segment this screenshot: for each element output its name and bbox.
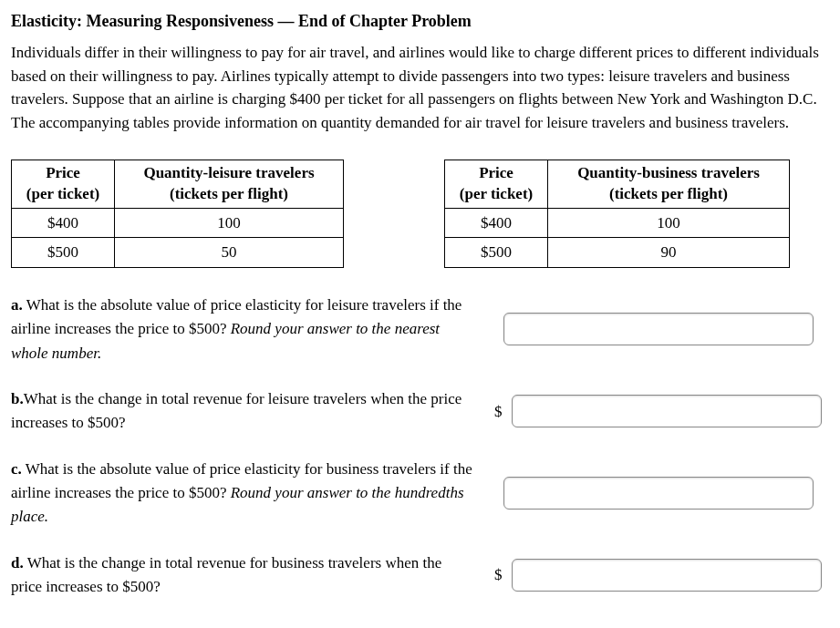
header-line: Price (479, 164, 513, 181)
header-line: (per ticket) (460, 185, 533, 202)
business-table: Price (per ticket) Quantity-business tra… (444, 160, 790, 268)
cell-qty: 100 (548, 208, 790, 238)
question-d-row: d. What is the change in total revenue f… (11, 551, 829, 600)
header-line: (tickets per flight) (170, 185, 288, 202)
cell-qty: 100 (115, 208, 344, 238)
cell-qty: 50 (115, 238, 344, 268)
answer-input-c[interactable] (503, 477, 814, 510)
part-label: b. (11, 390, 24, 407)
leisure-table-col1-header: Price (per ticket) (12, 160, 115, 209)
tables-row: Price (per ticket) Quantity-leisure trav… (11, 160, 829, 268)
leisure-table: Price (per ticket) Quantity-leisure trav… (11, 160, 344, 268)
table-row: $400 100 (12, 208, 344, 238)
part-label: d. (11, 554, 24, 571)
header-line: Quantity-business travelers (577, 164, 760, 181)
question-c-text: c. What is the absolute value of price e… (11, 458, 476, 530)
business-table-col2-header: Quantity-business travelers (tickets per… (548, 160, 790, 209)
answer-area-b: $ (494, 395, 829, 427)
answer-input-b[interactable] (512, 395, 822, 427)
answer-prefix: $ (494, 400, 503, 424)
cell-price: $500 (445, 238, 548, 268)
question-body: What is the change in total revenue for … (11, 554, 441, 595)
leisure-table-col2-header: Quantity-leisure travelers (tickets per … (115, 160, 344, 209)
table-row: $500 90 (445, 238, 790, 268)
table-row: $400 100 (445, 208, 790, 238)
page-title: Elasticity: Measuring Responsiveness — E… (11, 9, 829, 34)
header-line: (per ticket) (26, 185, 99, 202)
answer-prefix: $ (494, 563, 503, 587)
answer-area-a (494, 313, 829, 345)
question-b-text: b.What is the change in total revenue fo… (11, 387, 476, 436)
header-line: Quantity-leisure travelers (143, 164, 314, 181)
part-label: c. (11, 460, 22, 478)
table-header-row: Price (per ticket) Quantity-business tra… (445, 160, 790, 209)
question-body: What is the change in total revenue for … (11, 390, 461, 431)
question-b-row: b.What is the change in total revenue fo… (11, 387, 829, 436)
table-row: $500 50 (12, 238, 344, 268)
part-label: a. (11, 296, 23, 314)
question-a-text: a. What is the absolute value of price e… (11, 293, 476, 365)
table-header-row: Price (per ticket) Quantity-leisure trav… (12, 160, 344, 209)
business-table-col1-header: Price (per ticket) (445, 160, 548, 209)
intro-text: Individuals differ in their willingness … (11, 41, 829, 134)
cell-price: $500 (12, 238, 115, 268)
cell-price: $400 (12, 208, 115, 238)
question-c-row: c. What is the absolute value of price e… (11, 458, 829, 530)
cell-qty: 90 (548, 238, 790, 268)
header-line: Price (46, 164, 80, 181)
answer-input-d[interactable] (512, 559, 822, 592)
answer-area-c (494, 477, 829, 510)
question-d-text: d. What is the change in total revenue f… (11, 551, 476, 600)
answer-area-d: $ (494, 559, 829, 592)
cell-price: $400 (445, 208, 548, 238)
answer-input-a[interactable] (503, 313, 814, 345)
header-line: (tickets per flight) (609, 185, 728, 202)
question-a-row: a. What is the absolute value of price e… (11, 293, 829, 365)
